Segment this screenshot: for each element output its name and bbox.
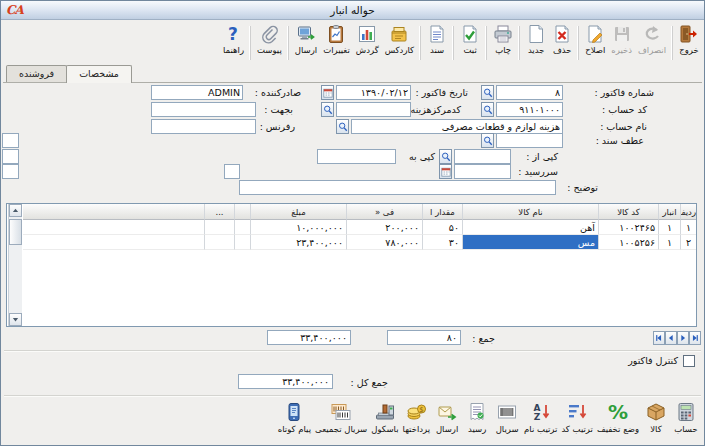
grid-cell[interactable]: ۱ — [680, 220, 696, 235]
account-code-input[interactable] — [496, 102, 563, 117]
due-date-input[interactable] — [454, 164, 511, 179]
purpose-input[interactable] — [151, 102, 256, 117]
scroll-up-button[interactable] — [9, 204, 22, 217]
grid-column-header[interactable]: کد کالا — [598, 204, 658, 220]
grid-cell[interactable]: ۱ — [658, 220, 680, 235]
scrollbar-thumb[interactable] — [9, 219, 22, 245]
toolbar-button-cancel[interactable]: انصراف — [635, 22, 669, 64]
account-code-lookup-button[interactable] — [481, 102, 494, 117]
grid-cell[interactable]: ۲ — [680, 235, 696, 250]
grid-cell[interactable]: ۱۰۰۲۴۶۵ — [598, 220, 658, 235]
side-field-2[interactable] — [2, 149, 19, 164]
bottom-button-label: رسید — [468, 424, 486, 434]
tab-specs[interactable]: مشخصات — [66, 65, 132, 83]
toolbar-button-label: ثبت — [464, 45, 477, 55]
grid-column-header[interactable]: فی « — [346, 204, 422, 220]
nav-next-button[interactable] — [677, 331, 689, 345]
account-name-input[interactable] — [351, 119, 563, 134]
bottom-button-goods[interactable]: کالا — [641, 400, 671, 435]
bottom-button-sort-name[interactable]: AZترتیب نام — [522, 400, 559, 435]
invoice-date-calendar-button[interactable] — [321, 85, 334, 100]
toolbar-button-register[interactable]: ثبت — [457, 22, 483, 64]
bottom-button-scale[interactable]: باسکول — [369, 400, 400, 435]
bottom-button-label: ترتیب کد — [561, 424, 593, 434]
tab-seller[interactable]: فروشنده — [6, 65, 67, 82]
grid-column-header[interactable]: ... — [204, 204, 234, 220]
toolbar-button-changes[interactable]: تغییرات — [320, 22, 353, 64]
grid-column-header[interactable]: نام کالا — [462, 204, 598, 220]
table-row[interactable]: ۲۱۱۰۰۵۲۵۶مس۳۰۷۸۰,۰۰۰۲۳,۴۰۰,۰۰۰ — [23, 235, 696, 250]
copy-from-input[interactable] — [454, 149, 511, 164]
grid-column-header[interactable] — [234, 204, 250, 220]
bottom-button-payments[interactable]: $پرداختها — [401, 400, 433, 435]
grid-cell[interactable]: مس — [462, 235, 598, 250]
grid-cell[interactable]: ۵۰ — [422, 220, 462, 235]
grid-cell[interactable]: ۲۳,۴۰۰,۰۰۰ — [250, 235, 346, 250]
toolbar-button-attach[interactable]: پیوست — [254, 22, 285, 64]
toolbar-button-edit[interactable]: اصلاح — [582, 22, 608, 64]
toolbar-button-document[interactable]: سند — [424, 22, 450, 64]
toolbar-button-save[interactable]: ذخیره — [608, 22, 635, 64]
nav-prev-button[interactable] — [665, 331, 677, 345]
bottom-button-discount[interactable]: %وضع تخفیف — [595, 400, 641, 435]
toolbar-button-cardex[interactable]: کاردکس — [382, 22, 417, 64]
bottom-button-account[interactable]: حساب — [671, 400, 701, 435]
bottom-button-serial-agg[interactable]: سریال تجمیعی — [313, 400, 369, 435]
grid-column-header[interactable]: مقدار ا — [422, 204, 462, 220]
doc-ref-lookup-button[interactable] — [481, 133, 494, 148]
table-row[interactable]: ۱۱۱۰۰۲۴۶۵آهن۵۰۲۰۰,۰۰۰۱۰,۰۰۰,۰۰۰ — [23, 220, 696, 235]
grid-cell[interactable]: ۱۰,۰۰۰,۰۰۰ — [250, 220, 346, 235]
copy-to-input[interactable] — [317, 149, 396, 164]
nav-last-button[interactable] — [689, 331, 701, 345]
invoice-date-label: تاریخ فاکتور : — [416, 87, 468, 98]
due-date-calendar-button[interactable] — [439, 164, 452, 179]
title-bar[interactable]: CA حواله انبار — [1, 1, 704, 20]
grid-cell[interactable]: ۷۸۰,۰۰۰ — [346, 235, 422, 250]
grid-cell[interactable]: ۲۰۰,۰۰۰ — [346, 220, 422, 235]
account-name-lookup-button[interactable] — [336, 119, 349, 134]
invoice-number-input[interactable] — [496, 85, 563, 100]
bottom-button-receipt[interactable]: رسید — [462, 400, 492, 435]
grid-cell[interactable]: آهن — [462, 220, 598, 235]
toolbar-button-new[interactable]: جدید — [523, 22, 549, 64]
grid-cell[interactable] — [204, 235, 234, 250]
due-date-extra-field[interactable] — [224, 164, 240, 179]
toolbar-separator — [453, 26, 454, 60]
toolbar-button-turnover[interactable]: گردش — [353, 22, 382, 64]
bottom-button-sort-code[interactable]: ترتیب کد — [559, 400, 595, 435]
invoice-control-checkbox[interactable] — [683, 355, 695, 367]
toolbar-button-delete[interactable]: حذف — [549, 22, 575, 64]
doc-ref-input[interactable] — [496, 133, 563, 148]
grid-column-header[interactable]: مبلغ — [250, 204, 346, 220]
grid-column-header[interactable]: ردیف — [680, 204, 696, 220]
side-field-1[interactable] — [2, 133, 19, 148]
bottom-button-sms[interactable]: پیام کوتاه — [276, 400, 313, 435]
nav-first-button[interactable] — [653, 331, 665, 345]
toolbar-button-print[interactable]: چاپ — [490, 22, 516, 64]
toolbar-separator — [486, 26, 487, 60]
toolbar-button-help[interactable]: ?راهنما — [220, 22, 247, 64]
invoice-date-input[interactable] — [336, 85, 411, 100]
bottom-button-send2[interactable]: ارسال — [432, 400, 462, 435]
grid-cell[interactable] — [234, 220, 250, 235]
toolbar-button-exit[interactable]: خروج — [676, 22, 702, 64]
bottom-button-serial[interactable]: سریال — [492, 400, 522, 435]
vertical-scrollbar[interactable] — [7, 204, 22, 326]
grid-column-header[interactable]: انبار — [658, 204, 680, 220]
cost-center-input[interactable] — [336, 102, 411, 117]
grid-cell[interactable]: ۱۰۰۵۲۵۶ — [598, 235, 658, 250]
grid-cell[interactable]: ۱ — [658, 235, 680, 250]
copy-from-lookup-button[interactable] — [439, 149, 452, 164]
issuer-input[interactable] — [151, 85, 243, 100]
description-input[interactable] — [239, 180, 556, 195]
grid-cell[interactable]: ۳۰ — [422, 235, 462, 250]
sort-name-icon: AZ — [530, 401, 552, 423]
invoice-number-lookup-button[interactable] — [481, 85, 494, 100]
grid-cell[interactable] — [204, 220, 234, 235]
grid-cell[interactable] — [234, 235, 250, 250]
toolbar-button-send[interactable]: ارسال — [292, 22, 320, 64]
scroll-down-button[interactable] — [9, 313, 22, 326]
side-field-3[interactable] — [2, 164, 19, 179]
cost-center-lookup-button[interactable] — [321, 102, 334, 117]
reference-input[interactable] — [151, 119, 256, 134]
